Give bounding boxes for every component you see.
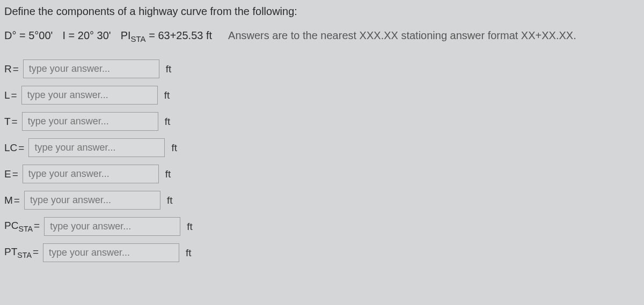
unit-ptsta: ft <box>186 247 192 259</box>
unit-e: ft <box>165 168 171 180</box>
row-l: L= ft <box>4 86 640 105</box>
input-pcsta[interactable] <box>44 217 180 236</box>
parameters-line: D° = 5°00' I = 20° 30' PISTA = 63+25.53 … <box>4 29 640 43</box>
input-l[interactable] <box>21 86 158 105</box>
input-ptsta[interactable] <box>43 243 179 262</box>
unit-lc: ft <box>171 142 177 154</box>
input-t[interactable] <box>22 112 158 131</box>
unit-l: ft <box>164 90 170 101</box>
unit-m: ft <box>167 195 173 206</box>
param-d: D° = 5°00' <box>4 29 53 43</box>
question-header: Define the components of a highway curve… <box>4 5 640 18</box>
format-note: Answers are to the nearest XXX.XX statio… <box>228 29 576 42</box>
row-pcsta: PCSTA= ft <box>4 217 640 236</box>
row-e: E= ft <box>4 165 640 183</box>
label-t: T= <box>4 116 20 128</box>
row-m: M= ft <box>4 191 640 210</box>
label-pcsta: PCSTA= <box>4 220 42 233</box>
row-r: R= ft <box>4 59 640 78</box>
row-lc: LC= ft <box>4 138 640 157</box>
unit-r: ft <box>166 63 172 75</box>
input-e[interactable] <box>23 165 159 183</box>
row-ptsta: PTSTA= ft <box>4 243 640 262</box>
param-i: I = 20° 30' <box>62 29 111 43</box>
unit-t: ft <box>165 116 171 128</box>
label-r: R= <box>4 63 21 75</box>
param-pi: PISTA = 63+25.53 ft <box>121 29 212 43</box>
input-lc[interactable] <box>28 138 165 157</box>
label-m: M= <box>4 195 22 206</box>
label-l: L= <box>4 90 19 101</box>
label-ptsta: PTSTA= <box>4 246 41 259</box>
input-m[interactable] <box>24 191 160 210</box>
label-e: E= <box>4 168 20 180</box>
unit-pcsta: ft <box>187 221 193 233</box>
row-t: T= ft <box>4 112 640 131</box>
label-lc: LC= <box>4 142 26 154</box>
input-r[interactable] <box>23 59 159 78</box>
